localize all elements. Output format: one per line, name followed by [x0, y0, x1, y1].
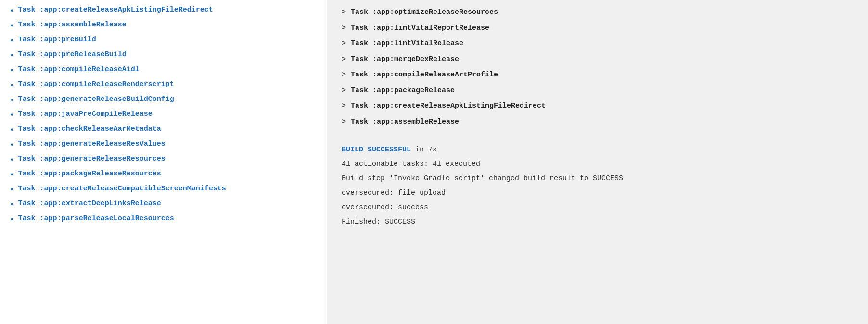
running-task-line: >Task :app:compileReleaseArtProfile — [342, 70, 854, 81]
build-success-line: BUILD SUCCESSFUL in 7s — [342, 144, 854, 156]
running-task-line: >Task :app:optimizeReleaseResources — [342, 7, 854, 18]
actionable-tasks-line: 41 actionable tasks: 41 executed — [342, 159, 854, 170]
list-item: Task :app:generateReleaseResources — [10, 154, 317, 166]
build-step-line: Build step 'Invoke Gradle script' change… — [342, 173, 854, 185]
list-item: Task :app:preBuild — [10, 35, 317, 47]
running-task-name: Task :app:lintVitalRelease — [351, 38, 463, 50]
oversecured-upload-line: oversecured: file upload — [342, 187, 854, 199]
running-task-name: Task :app:assembleRelease — [351, 117, 459, 128]
arrow-icon: > — [342, 7, 346, 18]
list-item: Task :app:parseReleaseLocalResources — [10, 213, 317, 225]
arrow-icon: > — [342, 54, 346, 65]
task-link-task-5[interactable]: Task :app:compileReleaseAidl — [18, 64, 140, 75]
right-panel: >Task :app:optimizeReleaseResources>Task… — [327, 0, 868, 324]
arrow-icon: > — [342, 23, 346, 34]
task-link-task-13[interactable]: Task :app:createReleaseCompatibleScreenM… — [18, 184, 226, 195]
arrow-icon: > — [342, 101, 346, 112]
right-content: >Task :app:optimizeReleaseResources>Task… — [342, 5, 854, 135]
task-link-task-14[interactable]: Task :app:extractDeepLinksRelease — [18, 199, 161, 210]
running-task-line: >Task :app:mergeDexRelease — [342, 54, 854, 65]
build-success-text: BUILD SUCCESSFUL — [342, 146, 411, 154]
running-task-line: >Task :app:assembleRelease — [342, 117, 854, 128]
task-link-task-6[interactable]: Task :app:compileReleaseRenderscript — [18, 79, 174, 90]
running-task-line: >Task :app:lintVitalRelease — [342, 38, 854, 50]
left-panel: Task :app:createReleaseApkListingFileRed… — [0, 0, 327, 324]
list-item: Task :app:packageReleaseResources — [10, 169, 317, 181]
task-link-task-1[interactable]: Task :app:createReleaseApkListingFileRed… — [18, 5, 213, 16]
task-link-task-9[interactable]: Task :app:checkReleaseAarMetadata — [18, 124, 161, 135]
task-link-task-3[interactable]: Task :app:preBuild — [18, 35, 96, 46]
finished-line: Finished: SUCCESS — [342, 216, 854, 228]
oversecured-success-line: oversecured: success — [342, 202, 854, 213]
build-duration: in 7s — [411, 146, 437, 154]
running-task-name: Task :app:createReleaseApkListingFileRed… — [351, 101, 546, 112]
task-link-task-15[interactable]: Task :app:parseReleaseLocalResources — [18, 213, 174, 224]
list-item: Task :app:compileReleaseAidl — [10, 64, 317, 76]
list-item: Task :app:javaPreCompileRelease — [10, 109, 317, 121]
arrow-icon: > — [342, 38, 346, 50]
running-task-name: Task :app:lintVitalReportRelease — [351, 23, 489, 34]
arrow-icon: > — [342, 117, 346, 128]
list-item: Task :app:extractDeepLinksRelease — [10, 199, 317, 211]
task-link-task-11[interactable]: Task :app:generateReleaseResources — [18, 154, 166, 165]
list-item: Task :app:compileReleaseRenderscript — [10, 79, 317, 91]
running-task-line: >Task :app:createReleaseApkListingFileRe… — [342, 101, 854, 112]
task-link-task-8[interactable]: Task :app:javaPreCompileRelease — [18, 109, 153, 120]
list-item: Task :app:generateReleaseBuildConfig — [10, 94, 317, 106]
list-item: Task :app:generateReleaseResValues — [10, 139, 317, 151]
task-link-task-10[interactable]: Task :app:generateReleaseResValues — [18, 139, 166, 150]
task-link-task-2[interactable]: Task :app:assembleRelease — [18, 20, 127, 31]
task-link-task-4[interactable]: Task :app:preReleaseBuild — [18, 50, 127, 61]
task-list: Task :app:createReleaseApkListingFileRed… — [10, 5, 317, 225]
arrow-icon: > — [342, 86, 346, 97]
running-task-line: >Task :app:lintVitalReportRelease — [342, 23, 854, 34]
list-item: Task :app:assembleRelease — [10, 20, 317, 32]
list-item: Task :app:createReleaseApkListingFileRed… — [10, 5, 317, 17]
running-task-name: Task :app:optimizeReleaseResources — [351, 7, 498, 18]
running-task-name: Task :app:compileReleaseArtProfile — [351, 70, 498, 81]
arrow-icon: > — [342, 70, 346, 81]
running-task-line: >Task :app:packageRelease — [342, 86, 854, 97]
list-item: Task :app:createReleaseCompatibleScreenM… — [10, 184, 317, 196]
build-result-section: BUILD SUCCESSFUL in 7s 41 actionable tas… — [342, 144, 854, 228]
task-link-task-7[interactable]: Task :app:generateReleaseBuildConfig — [18, 94, 174, 105]
running-task-name: Task :app:packageRelease — [351, 86, 455, 97]
running-task-name: Task :app:mergeDexRelease — [351, 54, 459, 65]
task-link-task-12[interactable]: Task :app:packageReleaseResources — [18, 169, 161, 180]
list-item: Task :app:checkReleaseAarMetadata — [10, 124, 317, 136]
list-item: Task :app:preReleaseBuild — [10, 50, 317, 62]
